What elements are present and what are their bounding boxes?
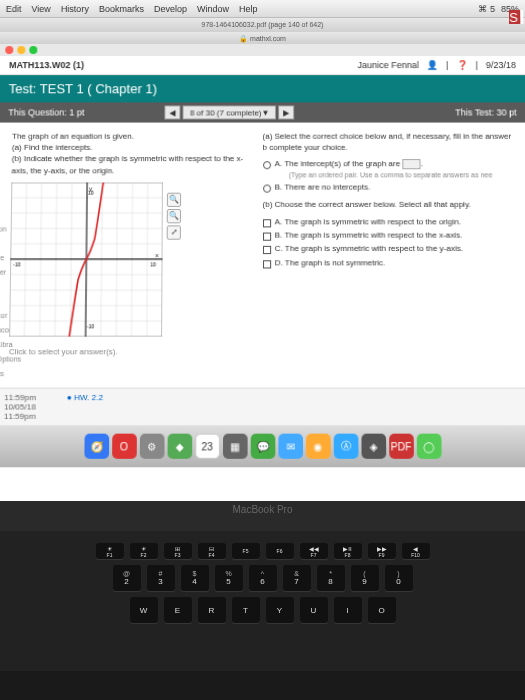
number-key[interactable]: ^6 xyxy=(249,565,277,591)
intercept-input[interactable] xyxy=(402,159,420,169)
menu-help[interactable]: Help xyxy=(239,3,258,13)
letter-key[interactable]: I xyxy=(334,597,362,623)
checkbox-option-c[interactable]: C. The graph is symmetric with respect t… xyxy=(263,244,515,255)
test-title: Test: TEST 1 ( Chapter 1) xyxy=(9,81,158,96)
zoom-in-icon[interactable]: 🔍 xyxy=(167,192,181,206)
fn-key[interactable]: ▶IIF8 xyxy=(334,543,362,559)
letter-key[interactable]: U xyxy=(300,597,328,623)
letter-key[interactable]: W xyxy=(130,597,158,623)
fn-key[interactable]: ⊟F4 xyxy=(198,543,226,559)
svg-text:x: x xyxy=(155,252,158,258)
question-content: onretercorucceLibraOptionsns The graph o… xyxy=(0,123,525,388)
fn-key[interactable]: ⊞F3 xyxy=(164,543,192,559)
dock-calendar-icon[interactable]: 23 xyxy=(195,434,220,459)
maximize-icon[interactable] xyxy=(29,46,37,54)
dock-pdf-icon[interactable]: PDF xyxy=(389,434,414,459)
radio-icon[interactable] xyxy=(263,161,271,169)
letter-key[interactable]: Y xyxy=(266,597,294,623)
course-header: MATH113.W02 (1) Jaunice Fennal 👤 | ❓ | 9… xyxy=(0,56,525,75)
menu-window[interactable]: Window xyxy=(197,3,229,13)
macos-dock: 🧭 O ⚙ ◆ 23 ▦ 💬 ✉ ◉ Ⓐ ◈ PDF ◯ xyxy=(0,425,525,467)
menu-bookmarks[interactable]: Bookmarks xyxy=(99,3,144,13)
assignment-footer: 11:59pm10/05/1811:59pm ● HW. 2.2 xyxy=(0,388,525,426)
dock-app-icon[interactable]: ◆ xyxy=(167,434,192,459)
checkbox-option-d[interactable]: D. The graph is not symmetric. xyxy=(263,258,515,269)
checkbox-icon[interactable] xyxy=(263,260,271,268)
number-key[interactable]: #3 xyxy=(147,565,175,591)
checkbox-option-a[interactable]: A. The graph is symmetric with respect t… xyxy=(263,217,515,228)
checkbox-option-b[interactable]: B. The graph is symmetric with respect t… xyxy=(263,230,515,241)
number-key[interactable]: &7 xyxy=(283,565,311,591)
radio-icon[interactable] xyxy=(263,184,271,192)
zoom-out-icon[interactable]: 🔍 xyxy=(167,209,181,223)
window-controls xyxy=(0,44,525,56)
letter-key[interactable]: R xyxy=(198,597,226,623)
question-nav-bar: This Question: 1 pt ◀ 8 of 30 (7 complet… xyxy=(0,102,525,122)
dock-app-icon[interactable]: ◈ xyxy=(361,434,386,459)
checkbox-icon[interactable] xyxy=(263,246,271,254)
side-flag: S xyxy=(509,10,523,24)
number-key[interactable]: (9 xyxy=(351,565,379,591)
click-select-hint: Click to select your answer(s). xyxy=(9,347,252,356)
minimize-icon[interactable] xyxy=(17,46,25,54)
status-icons: ⌘ 5 xyxy=(479,3,496,13)
svg-text:-10: -10 xyxy=(13,261,21,267)
graph-plot[interactable]: yx 10-10 -1010 🔍 🔍 ⤢ xyxy=(9,182,163,336)
next-question-button[interactable]: ▶ xyxy=(279,105,295,119)
dock-messages-icon[interactable]: 💬 xyxy=(250,434,275,459)
menu-view[interactable]: View xyxy=(31,3,50,13)
domain-bar: 🔒 mathxl.com xyxy=(0,32,525,44)
letter-key[interactable]: E xyxy=(164,597,192,623)
url-bar[interactable]: 978-1464106032.pdf (page 140 of 642) xyxy=(0,18,525,32)
close-icon[interactable] xyxy=(5,46,13,54)
keyboard: ☀F1☀F2⊞F3⊟F4F5F6◀◀F7▶IIF8▶▶F9◀F10 @2#3$4… xyxy=(0,531,525,671)
dock-appstore-icon[interactable]: Ⓐ xyxy=(333,434,358,459)
fn-key[interactable]: ◀◀F7 xyxy=(300,543,328,559)
menu-develop[interactable]: Develop xyxy=(154,3,187,13)
svg-text:10: 10 xyxy=(88,189,94,195)
radio-option-a[interactable]: A. The intercept(s) of the graph are . (… xyxy=(263,159,514,179)
letter-key[interactable]: O xyxy=(368,597,396,623)
dock-mail-icon[interactable]: ✉ xyxy=(278,434,303,459)
page-date: 9/23/18 xyxy=(486,60,516,70)
svg-text:10: 10 xyxy=(150,261,156,267)
question-selector[interactable]: 8 of 30 (7 complete) ▼ xyxy=(183,105,277,119)
svg-text:-10: -10 xyxy=(87,323,95,329)
radio-option-b[interactable]: B. There are no intercepts. xyxy=(263,182,514,193)
macos-menubar: Edit View History Bookmarks Develop Wind… xyxy=(0,0,525,18)
dock-settings-icon[interactable]: ⚙ xyxy=(139,434,164,459)
dock-safari-icon[interactable]: 🧭 xyxy=(84,434,109,459)
test-title-bar: Test: TEST 1 ( Chapter 1) S xyxy=(0,75,525,102)
dock-app-icon[interactable]: ◯ xyxy=(416,434,441,459)
number-key[interactable]: *8 xyxy=(317,565,345,591)
number-key[interactable]: $4 xyxy=(181,565,209,591)
dock-app-icon[interactable]: ▦ xyxy=(222,434,247,459)
user-name: Jaunice Fennal xyxy=(358,60,419,70)
question-prompt: The graph of an equation is given. (a) F… xyxy=(11,131,252,176)
number-key[interactable]: %5 xyxy=(215,565,243,591)
dock-app-icon[interactable]: O xyxy=(112,434,137,459)
test-points: This Test: 30 pt xyxy=(455,107,516,117)
fn-key[interactable]: F5 xyxy=(232,543,260,559)
fn-key[interactable]: F6 xyxy=(266,543,294,559)
part-a-prompt: (a) Select the correct choice below and,… xyxy=(263,131,514,154)
fn-key[interactable]: ◀F10 xyxy=(402,543,430,559)
expand-icon[interactable]: ⤢ xyxy=(167,225,181,239)
number-key[interactable]: )0 xyxy=(385,565,413,591)
user-icon: 👤 xyxy=(427,60,438,70)
fn-key[interactable]: ▶▶F9 xyxy=(368,543,396,559)
menu-edit[interactable]: Edit xyxy=(6,3,22,13)
checkbox-icon[interactable] xyxy=(263,232,271,240)
question-points: This Question: 1 pt xyxy=(8,107,84,117)
help-icon[interactable]: ❓ xyxy=(456,60,467,70)
dock-app-icon[interactable]: ◉ xyxy=(306,434,331,459)
checkbox-icon[interactable] xyxy=(263,219,271,227)
fn-key[interactable]: ☀F2 xyxy=(130,543,158,559)
menu-history[interactable]: History xyxy=(61,3,89,13)
letter-key[interactable]: T xyxy=(232,597,260,623)
fn-key[interactable]: ☀F1 xyxy=(96,543,124,559)
part-b-prompt: (b) Choose the correct answer below. Sel… xyxy=(263,199,515,210)
prev-question-button[interactable]: ◀ xyxy=(165,105,181,119)
number-key[interactable]: @2 xyxy=(113,565,141,591)
hw-link[interactable]: HW. 2.2 xyxy=(74,393,103,402)
